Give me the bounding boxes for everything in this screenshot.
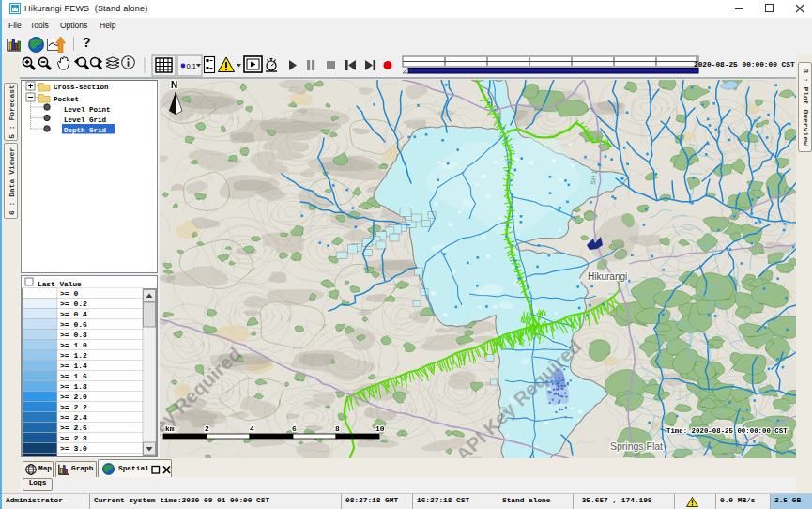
svg-text:10: 10 [375,424,385,433]
svg-text:>= 2.2: >= 2.2 [60,403,87,411]
svg-text:>= 2.8: >= 2.8 [60,434,87,442]
svg-text:km: km [165,424,175,433]
svg-text:Cross-section: Cross-section [54,84,109,91]
svg-text:>= 0.2: >= 0.2 [60,300,87,308]
svg-text:>= 3.2: >= 3.2 [60,455,87,456]
svg-text:>= 0.4: >= 0.4 [60,310,87,318]
svg-text:Pocket: Pocket [54,96,79,103]
svg-text:>= 1.2: >= 1.2 [60,351,87,360]
svg-text:>= 1.8: >= 1.8 [60,382,87,391]
svg-text:2020-08-25 00:00:00 CST: 2020-08-25 00:00:00 CST [694,61,795,69]
svg-text:>= 2.0: >= 2.0 [60,393,87,401]
svg-text:>= 1.4: >= 1.4 [60,362,87,370]
svg-text:0.1: 0.1 [187,62,196,70]
svg-text:2: 2 [205,424,209,433]
svg-text:>= 3.0: >= 3.0 [60,444,87,453]
svg-text:>= 2.4: >= 2.4 [60,413,87,422]
svg-text:>= 0: >= 0 [60,289,78,298]
svg-text:4: 4 [250,424,254,433]
svg-text:Last Value: Last Value [38,281,82,288]
svg-text:6: 6 [292,424,297,433]
svg-text:Depth Grid: Depth Grid [64,127,106,134]
svg-text:>= 0.6: >= 0.6 [60,320,87,329]
svg-text:Level Grid: Level Grid [64,116,106,124]
svg-text:>= 1.0: >= 1.0 [60,341,87,349]
svg-text:Level Point: Level Point [64,106,111,114]
svg-text:N: N [171,80,177,90]
svg-text:Springs Flat: Springs Flat [610,440,663,452]
svg-text:8: 8 [335,424,340,433]
svg-text:>= 2.6: >= 2.6 [60,424,87,432]
svg-text:Hikurangi: Hikurangi [588,271,627,282]
svg-text:>= 1.6: >= 1.6 [60,372,87,380]
svg-text:>= 0.8: >= 0.8 [60,331,87,339]
svg-text:Time: 2020-08-25 00:00:00 CST: Time: 2020-08-25 00:00:00 CST [666,427,788,435]
